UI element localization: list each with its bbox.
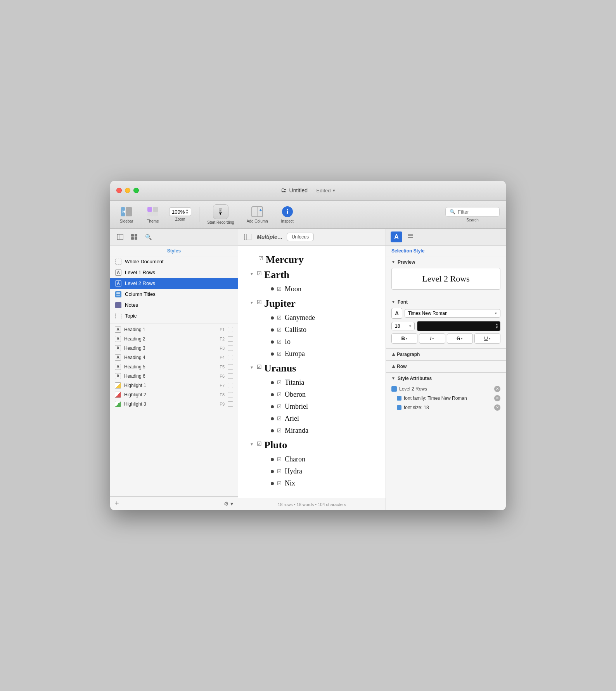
h4-checkbox[interactable]: [228, 355, 233, 360]
svg-rect-5: [153, 207, 158, 212]
disclosure-icon[interactable]: ▼: [250, 301, 254, 305]
preview-section-title[interactable]: ▼ Preview: [391, 259, 500, 265]
content-view-icon[interactable]: [243, 232, 253, 242]
checkbox-icon: ☑: [277, 480, 282, 486]
heading-item-h5[interactable]: A Heading 5 F5: [110, 362, 238, 371]
underline-button[interactable]: U ▾: [474, 333, 500, 344]
style-label-topic: Topic: [125, 313, 137, 319]
svg-rect-15: [131, 234, 134, 237]
fullscreen-button[interactable]: [133, 188, 139, 193]
recording-btn-label: Start Recording: [207, 220, 234, 225]
heading-item-h1[interactable]: A Heading 1 F1: [110, 325, 238, 334]
inspector-tab-layout[interactable]: [405, 231, 416, 242]
sidebar-toolbar-button[interactable]: Sidebar: [116, 204, 137, 225]
disclosure-icon[interactable]: ▼: [250, 272, 254, 276]
heading-item-h2[interactable]: A Heading 2 F2: [110, 334, 238, 344]
font-family-attr-remove-button[interactable]: ✕: [494, 395, 500, 401]
heading-item-h3[interactable]: A Heading 3 F3: [110, 344, 238, 353]
content-scroll[interactable]: ☑ Mercury ▼ ☑ Earth ☑ Moon: [238, 246, 386, 498]
search-input[interactable]: [458, 209, 495, 215]
hl2-checkbox[interactable]: [228, 392, 233, 397]
list-item: ☑ Mercury: [250, 254, 374, 266]
heading-item-h4[interactable]: A Heading 4 F4: [110, 353, 238, 362]
search-box[interactable]: 🔍: [445, 207, 500, 217]
outline-text-miranda: Miranda: [285, 425, 308, 436]
h5-checkbox[interactable]: [228, 364, 233, 370]
h6-checkbox[interactable]: [228, 373, 233, 379]
bullet-icon: [271, 316, 274, 320]
italic-dropdown-icon: ▾: [432, 337, 434, 340]
h2-checkbox[interactable]: [228, 336, 233, 342]
hl1-checkbox[interactable]: [228, 383, 233, 388]
font-size-input[interactable]: 18 ▾: [391, 322, 415, 330]
size-dropdown-icon: ▾: [409, 324, 411, 328]
sidebar-item-topic[interactable]: Topic: [110, 311, 238, 321]
sidebar-view-btn1[interactable]: [115, 231, 126, 242]
inspector-scroll: ▼ Preview Level 2 Rows ▼ Font A: [386, 256, 506, 511]
preview-text: Level 2 Rows: [422, 274, 469, 283]
italic-button[interactable]: I ▾: [419, 333, 445, 344]
font-family-selector[interactable]: Times New Roman ▾: [405, 309, 500, 318]
zoom-stepper-icon[interactable]: ▲▼: [185, 209, 189, 215]
disclosure-icon[interactable]: ▼: [250, 442, 254, 446]
highlight-item-hl1[interactable]: Highlight 1 F7: [110, 381, 238, 390]
bullet-icon: [271, 352, 274, 356]
heading-item-h6[interactable]: A Heading 6 F6: [110, 371, 238, 381]
theme-toolbar-button[interactable]: Theme: [143, 204, 163, 225]
sidebar-footer: + ⚙ ▾: [110, 496, 238, 510]
inspector-tab-style[interactable]: A: [391, 231, 402, 242]
color-stepper-icon[interactable]: ▲▼: [495, 323, 498, 329]
level2-attr-remove-button[interactable]: ✕: [494, 386, 500, 392]
sidebar-item-level1-rows[interactable]: A Level 1 Rows: [110, 267, 238, 278]
minimize-button[interactable]: [125, 188, 130, 193]
h6-label: Heading 6: [124, 373, 216, 379]
bullet-icon: [271, 340, 274, 344]
notes-icon: [115, 302, 122, 309]
sidebar-view-btn2[interactable]: [129, 231, 140, 242]
strikethrough-button[interactable]: S ▾: [447, 333, 473, 344]
sidebar-toolbar: 🔍: [110, 229, 238, 246]
close-button[interactable]: [116, 188, 122, 193]
content-area: Multiple… Unfocus ☑ Mercury ▼ ☑ Earth: [238, 229, 386, 511]
bold-button[interactable]: B ▾: [391, 333, 417, 344]
outline-text-pluto: Pluto: [264, 439, 287, 451]
start-recording-button[interactable]: 🎙 Start Recording: [207, 204, 234, 225]
paragraph-section[interactable]: ▶ Paragraph: [386, 349, 506, 361]
inspect-button[interactable]: i Inspect: [277, 204, 298, 225]
disclosure-icon[interactable]: ▼: [250, 365, 254, 370]
svg-rect-6: [147, 212, 158, 216]
highlight-item-hl2[interactable]: Highlight 2 F8: [110, 390, 238, 399]
sidebar-item-notes[interactable]: Notes: [110, 300, 238, 311]
add-column-button[interactable]: Add Column: [244, 204, 271, 225]
unfocus-button[interactable]: Unfocus: [287, 233, 314, 241]
theme-toolbar-icon: [147, 206, 159, 218]
sidebar-item-whole-document[interactable]: Whole Document: [110, 256, 238, 267]
h1-checkbox[interactable]: [228, 327, 233, 332]
sidebar-item-level2-rows[interactable]: A Level 2 Rows: [110, 278, 238, 289]
add-style-button[interactable]: +: [115, 499, 119, 508]
row-section[interactable]: ▶ Row: [386, 361, 506, 373]
highlight-item-hl3[interactable]: Highlight 3 F9: [110, 399, 238, 409]
title-chevron-icon[interactable]: ▾: [333, 188, 335, 193]
style-label-level2: Level 2 Rows: [125, 280, 155, 286]
style-attrs-title[interactable]: ▼ Style Attributes: [391, 376, 500, 381]
outline-text-uranus: Uranus: [264, 362, 296, 374]
style-attrs-label: Style Attributes: [398, 376, 432, 381]
list-item: ▼ ☑ Uranus: [250, 362, 374, 374]
toolbar: Sidebar Theme 100% ▲▼ Zoom 🎙: [110, 201, 506, 229]
bullet-icon: [271, 458, 274, 461]
sidebar-item-column-titles[interactable]: Column Titles: [110, 289, 238, 300]
font-section-title[interactable]: ▼ Font: [391, 299, 500, 305]
font-size-attr-remove-button[interactable]: ✕: [494, 404, 500, 411]
bold-dropdown-icon: ▾: [406, 337, 408, 340]
theme-btn-label: Theme: [147, 219, 159, 223]
sidebar-search-btn[interactable]: 🔍: [143, 231, 154, 242]
h3-checkbox[interactable]: [228, 346, 233, 351]
font-a-button[interactable]: A: [391, 308, 402, 319]
gear-menu-button[interactable]: ⚙ ▾: [224, 501, 233, 507]
hl3-checkbox[interactable]: [228, 401, 233, 407]
strikethrough-icon: S: [457, 335, 460, 341]
font-color-swatch[interactable]: ▲▼: [417, 321, 500, 331]
svg-rect-4: [147, 207, 152, 212]
zoom-control[interactable]: 100% ▲▼ Zoom: [169, 207, 191, 221]
